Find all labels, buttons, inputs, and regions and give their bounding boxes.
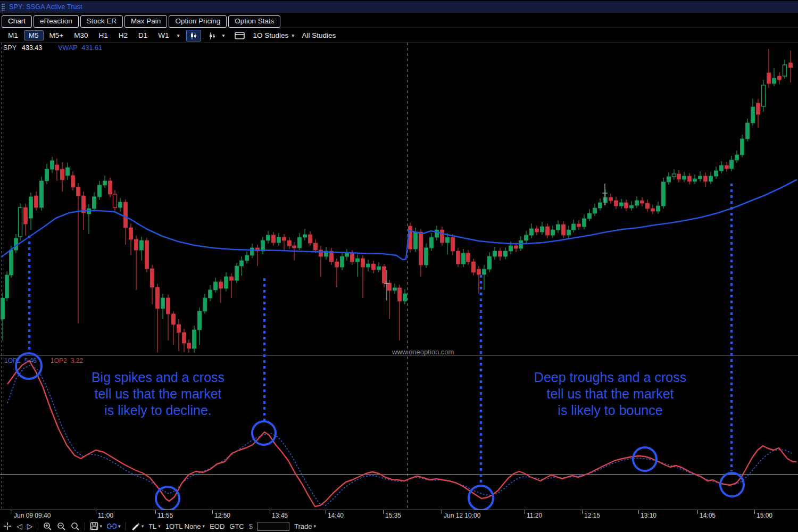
studies-button[interactable]: 1O Studies [253, 31, 289, 39]
candle-body [277, 237, 281, 243]
save-button[interactable]: ▾ [90, 522, 103, 530]
all-studies-button[interactable]: All Studies [302, 31, 336, 39]
candle-body [156, 287, 160, 309]
candle-body [314, 243, 318, 250]
pan-right-button[interactable]: ▷ [27, 522, 33, 530]
pan-left-button[interactable]: ◁ [16, 522, 22, 530]
chart-type-dropdown-icon[interactable]: ▾ [220, 32, 227, 38]
bottom-toolbar: ◁ ▷ [0, 520, 798, 532]
tab-option-pricing[interactable]: Option Pricing [169, 15, 227, 28]
timeframe-m1[interactable]: M1 [3, 30, 23, 40]
gtc-button[interactable]: GTC [229, 522, 244, 530]
timeframe-m5+[interactable]: M5+ [45, 30, 69, 40]
candle-body [462, 253, 466, 264]
candle-body [225, 277, 228, 288]
candlestick-chart-type-button[interactable] [186, 30, 201, 41]
window-grip-icon[interactable] [2, 3, 5, 11]
1otl-dropdown-icon[interactable]: ▾ [203, 523, 205, 529]
tab-chart[interactable]: Chart [2, 15, 32, 28]
save-dropdown-icon[interactable]: ▾ [100, 523, 103, 529]
timeframe-m5[interactable]: M5 [24, 30, 44, 40]
trading-app-window: SPY: SSGA Active Trust CharteReactionSto… [0, 0, 798, 532]
layout-panels-icon [235, 32, 245, 39]
time-tick-label: 11:55 [157, 512, 173, 519]
candle-body [177, 325, 181, 332]
candle-body [145, 240, 149, 269]
tab-option-stats[interactable]: Option Stats [228, 15, 280, 28]
price-and-oscillator-chart[interactable] [0, 43, 798, 510]
candle-body [751, 107, 755, 123]
candle-body [588, 213, 592, 219]
studies-dropdown-icon[interactable]: ▾ [289, 32, 296, 38]
candle-body [172, 314, 176, 325]
candle-body [425, 248, 428, 265]
time-tick-label: 13:10 [641, 512, 656, 519]
time-tick-label: 14:40 [328, 512, 344, 519]
candle-body [662, 182, 666, 206]
time-axis[interactable]: Jun 09 09:4011:0011:5512:5013:4514:4015:… [0, 510, 798, 521]
layout-button[interactable] [231, 30, 248, 41]
vwap-line [2, 180, 796, 260]
candle-body [714, 171, 718, 176]
bar-chart-icon [209, 31, 216, 40]
zoom-in-button[interactable] [43, 522, 52, 531]
candle-body [556, 225, 560, 230]
timeframe-d1[interactable]: D1 [134, 30, 152, 40]
order-quantity-input[interactable] [257, 522, 289, 531]
draw-tool-button[interactable]: ▾ [131, 522, 144, 530]
zoom-out-button[interactable] [57, 522, 66, 531]
tab-stock-er[interactable]: Stock ER [80, 15, 123, 28]
candle-body [40, 181, 44, 207]
time-tick-label: 12:15 [584, 512, 600, 519]
candle-body [377, 267, 381, 270]
indicator-1op1-label: 1OP1 [4, 357, 21, 364]
timeframe-dropdown-icon[interactable]: ▾ [174, 32, 181, 38]
trendline-dropdown-icon[interactable]: ▾ [158, 523, 161, 529]
candle-body [319, 250, 323, 256]
candle-body [288, 240, 292, 246]
symbol-label: SPY [3, 44, 16, 52]
candle-body [467, 253, 470, 262]
draw-dropdown-icon[interactable]: ▾ [142, 523, 144, 529]
candle-body [272, 235, 276, 243]
candle-body [699, 176, 702, 179]
title-bar[interactable]: SPY: SSGA Active Trust [0, 1, 798, 13]
eod-button[interactable]: EOD [210, 522, 225, 530]
time-tick-label: 15:35 [385, 512, 401, 519]
1otl-selector[interactable]: 1OTL None ▾ [165, 522, 205, 530]
1otl-label: 1OTL None [165, 522, 201, 530]
candle-body [583, 219, 586, 227]
candle-body [435, 230, 439, 237]
timeframe-h2[interactable]: H2 [114, 30, 132, 40]
timeframe-w1[interactable]: W1 [153, 30, 173, 40]
zoom-reset-button[interactable] [71, 522, 80, 531]
candle-body [493, 251, 497, 256]
candle-body [477, 269, 481, 275]
indicator-1op2-value: 3.22 [71, 357, 83, 364]
link-dropdown-icon[interactable]: ▾ [118, 523, 121, 529]
time-tick [326, 510, 326, 514]
candle-body [161, 298, 165, 309]
annotation-line: Deep troughs and a cross [520, 369, 701, 386]
timeframe-m30[interactable]: M30 [69, 30, 93, 40]
candle-body [230, 277, 234, 280]
toolbar-separator [126, 522, 126, 530]
tab-max-pain[interactable]: Max Pain [124, 15, 167, 28]
candle-body [203, 298, 207, 311]
candle-body [419, 232, 423, 265]
candle-body [746, 123, 750, 139]
link-button[interactable]: ▾ [107, 522, 121, 530]
candle-body [614, 201, 618, 206]
candle-body [5, 275, 9, 298]
candle-body [646, 203, 650, 209]
timeframe-h1[interactable]: H1 [94, 30, 112, 40]
candle-body [593, 208, 597, 213]
candle-body [345, 253, 349, 256]
candle-body [683, 176, 686, 179]
bar-chart-type-button[interactable] [205, 30, 219, 41]
tab-ereaction[interactable]: eReaction [34, 15, 79, 28]
trendline-button[interactable]: TL ▾ [148, 522, 161, 530]
trade-button[interactable]: Trade ▾ [294, 522, 316, 530]
trade-dropdown-icon[interactable]: ▾ [313, 523, 316, 529]
crosshair-tool-button[interactable] [3, 522, 12, 530]
